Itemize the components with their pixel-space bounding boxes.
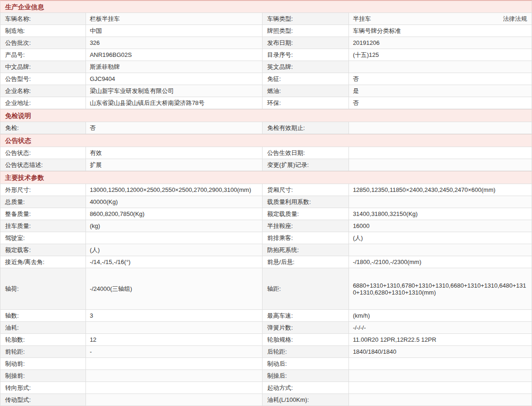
field-value — [86, 322, 263, 334]
field-value: 12850,12350,11850×2400,2430,2450,2470×60… — [349, 184, 532, 196]
table-row: 额定载客:(人)防抱死系统: — [0, 244, 532, 256]
field-label: 整备质量: — [0, 208, 86, 220]
field-label: 公告批次: — [0, 37, 86, 49]
field-label: 中文品牌: — [0, 61, 86, 73]
table-row: 中文品牌:斯派菲勒牌英文品牌: — [0, 61, 532, 73]
field-value: (km/h) — [349, 310, 532, 322]
table-row: 制操前:制操后: — [0, 370, 532, 382]
field-value — [349, 61, 532, 73]
table-row: 传动型式:油耗(L/100Km): — [0, 394, 532, 406]
field-label: 前悬/后悬: — [262, 256, 349, 268]
field-label: 制造地: — [0, 25, 86, 37]
table-row: 整备质量:8600,8200,7850(Kg)额定载质量:31400,31800… — [0, 208, 532, 220]
legal-link[interactable]: 法律法规 — [503, 15, 528, 23]
field-value — [349, 394, 532, 406]
section-table: 公告状态:有效公告生效日期:公告状态描述:扩展变更(扩展)记录: — [0, 147, 532, 171]
field-value: 326 — [86, 37, 263, 49]
field-value: 否 — [349, 97, 532, 109]
field-label: 制动后: — [262, 358, 349, 370]
field-label: 油耗: — [0, 322, 86, 334]
section-header: 免检说明 — [0, 109, 532, 122]
table-row: 制动前:制动后: — [0, 358, 532, 370]
field-value — [349, 159, 532, 171]
field-value-text: 半挂车 — [353, 15, 371, 23]
field-value: -/-/-/- — [349, 322, 532, 334]
field-label: 公告型号: — [0, 73, 86, 85]
field-label: 起动方式: — [262, 382, 349, 394]
section-header: 生产企业信息 — [0, 0, 532, 12]
table-row: 公告状态:有效公告生效日期: — [0, 147, 532, 159]
field-value — [349, 358, 532, 370]
field-value — [349, 122, 532, 134]
field-label: 车辆类型: — [262, 13, 349, 25]
field-label: 产品号: — [0, 49, 86, 61]
table-row: 公告型号:GJC9404免征:否 — [0, 73, 532, 85]
table-row: 公告状态描述:扩展变更(扩展)记录: — [0, 159, 532, 171]
table-row: 轴荷:-/24000(三轴组)轴距:6880+1310+1310,6780+13… — [0, 268, 532, 310]
field-value: 中国 — [86, 25, 263, 37]
field-label: 免检有效期止: — [262, 122, 349, 134]
field-label: 防抱死系统: — [262, 244, 349, 256]
field-label: 变更(扩展)记录: — [262, 159, 349, 171]
field-value — [86, 370, 263, 382]
field-label: 轮胎规格: — [262, 334, 349, 346]
table-row: 产品号:ANR196BG02S目录序号:(十五)125 — [0, 49, 532, 61]
vehicle-info-page: 生产企业信息车辆名称:栏板半挂车车辆类型:半挂车法律法规制造地:中国牌照类型:车… — [0, 0, 532, 406]
field-value: 否 — [349, 73, 532, 85]
section-header: 主要技术参数 — [0, 171, 532, 184]
table-row: 总质量:40000(Kg)载质量利用系数: — [0, 196, 532, 208]
field-value — [349, 370, 532, 382]
table-row: 轮胎数:12轮胎规格:11.00R20 12PR,12R22.5 12PR — [0, 334, 532, 346]
field-value: 扩展 — [86, 159, 263, 171]
field-value: (kg) — [86, 220, 263, 232]
field-value: 栏板半挂车 — [86, 13, 263, 25]
field-value — [349, 244, 532, 256]
field-label: 后轮距: — [262, 346, 349, 358]
field-label: 目录序号: — [262, 49, 349, 61]
field-label: 牌照类型: — [262, 25, 349, 37]
field-value: 山东省梁山县梁山镇后庄大桥南梁济路78号 — [86, 97, 263, 109]
table-row: 公告批次:326发布日期:20191206 — [0, 37, 532, 49]
field-label: 前轮距: — [0, 346, 86, 358]
field-value — [86, 232, 263, 244]
table-row: 转向形式:起动方式: — [0, 382, 532, 394]
field-value: 否 — [86, 122, 263, 134]
field-label: 传动型式: — [0, 394, 86, 406]
field-label: 轴荷: — [0, 268, 86, 310]
field-label: 挂车质量: — [0, 220, 86, 232]
table-row: 油耗:弹簧片数:-/-/-/- — [0, 322, 532, 334]
field-value — [86, 358, 263, 370]
table-row: 轴数:3最高车速:(km/h) — [0, 310, 532, 322]
field-value: -/24000(三轴组) — [86, 268, 263, 310]
field-label: 载质量利用系数: — [262, 196, 349, 208]
table-row: 外形尺寸:13000,12500,12000×2500,2550×2500,27… — [0, 184, 532, 196]
field-label: 英文品牌: — [262, 61, 349, 73]
field-value: ANR196BG02S — [86, 49, 263, 61]
field-value: 6880+1310+1310,6780+1310+1310,6680+1310+… — [349, 268, 532, 310]
field-value: 8600,8200,7850(Kg) — [86, 208, 263, 220]
field-label: 公告状态描述: — [0, 159, 86, 171]
field-label: 前排乘客: — [262, 232, 349, 244]
field-label: 轴数: — [0, 310, 86, 322]
table-row: 制造地:中国牌照类型:车辆号牌分类标准 — [0, 25, 532, 37]
field-value: 13000,12500,12000×2500,2550×2500,2700,29… — [86, 184, 263, 196]
field-label: 最高车速: — [262, 310, 349, 322]
table-row: 驾驶室:前排乘客:(人) — [0, 232, 532, 244]
field-value: 1840/1840/1840 — [349, 346, 532, 358]
table-row: 企业地址:山东省梁山县梁山镇后庄大桥南梁济路78号环保:否 — [0, 97, 532, 109]
table-row: 企业名称:梁山新宇车业研发制造有限公司燃油:是 — [0, 85, 532, 97]
field-value: 车辆号牌分类标准 — [349, 25, 532, 37]
field-value: (人) — [86, 244, 263, 256]
section-table: 车辆名称:栏板半挂车车辆类型:半挂车法律法规制造地:中国牌照类型:车辆号牌分类标… — [0, 12, 532, 109]
table-row: 挂车质量:(kg)半挂鞍座:16000 — [0, 220, 532, 232]
field-value: -/14,-/15,-/16(°) — [86, 256, 263, 268]
field-value: 16000 — [349, 220, 532, 232]
field-label: 轮胎数: — [0, 334, 86, 346]
field-value: 11.00R20 12PR,12R22.5 12PR — [349, 334, 532, 346]
field-label: 转向形式: — [0, 382, 86, 394]
field-label: 轴距: — [262, 268, 349, 310]
field-value: 是 — [349, 85, 532, 97]
field-label: 弹簧片数: — [262, 322, 349, 334]
field-label: 油耗(L/100Km): — [262, 394, 349, 406]
field-label: 制操前: — [0, 370, 86, 382]
